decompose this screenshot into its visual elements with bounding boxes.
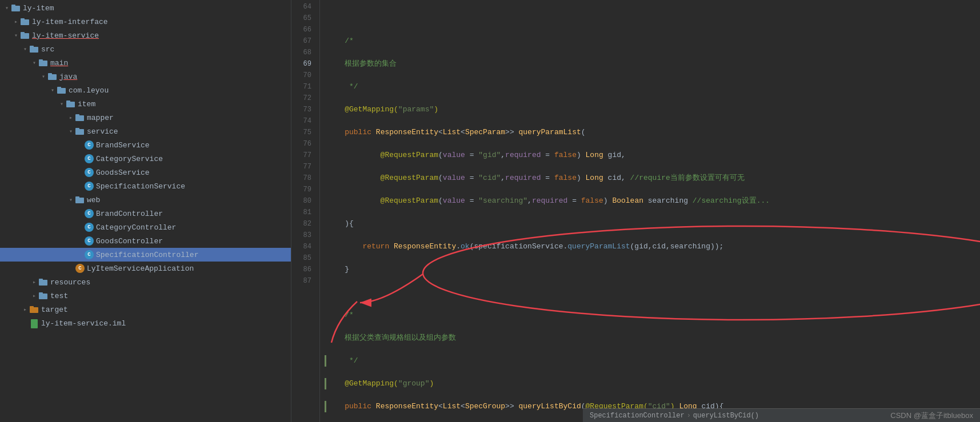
tree-item-com-leyou[interactable]: com.leyou (0, 83, 291, 97)
svg-rect-9 (39, 59, 43, 62)
class-icon: C (85, 154, 94, 163)
tree-label: ly-item-service.iml (41, 319, 126, 328)
svg-rect-19 (75, 128, 79, 130)
breadcrumb-separator: › (687, 412, 691, 420)
tree-label: resources (50, 278, 90, 287)
expand-arrow (21, 306, 30, 313)
code-line-67: */ (327, 81, 980, 93)
folder-icon (30, 306, 39, 314)
tree-label: item (78, 100, 95, 108)
code-line-64 (327, 13, 980, 24)
code-line-78: */ (327, 355, 980, 367)
tree-item-item[interactable]: item (0, 97, 291, 111)
tree-item-specification-controller[interactable]: C SpecificationController (0, 248, 291, 262)
expand-arrow (11, 18, 21, 25)
tree-item-ly-item[interactable]: ly-item (0, 1, 291, 15)
svg-rect-28 (31, 319, 38, 328)
folder-icon (39, 292, 48, 300)
class-icon: C (85, 250, 94, 259)
code-line-69: public ResponseEntity<List<SpecParam>> q… (327, 127, 980, 138)
file-tree[interactable]: ly-item ly-item-interface ly-item-servic… (0, 0, 291, 422)
tree-item-src[interactable]: src (0, 42, 291, 56)
folder-icon (48, 73, 57, 81)
code-line-73: ){ (327, 218, 980, 230)
tree-item-goods-controller[interactable]: C GoodsController (0, 234, 291, 248)
folder-icon (39, 278, 48, 286)
svg-rect-17 (75, 114, 79, 116)
folder-icon (30, 45, 39, 53)
tree-label: LyItemServiceApplication (87, 264, 194, 273)
folder-icon (21, 18, 30, 26)
folder-icon (11, 4, 21, 12)
tree-item-web[interactable]: web (0, 193, 291, 207)
expand-arrow (11, 32, 21, 39)
line-numbers: 64 65 66 67 68 69 ▶ 70 71 72 73 74 75 76… (291, 0, 320, 422)
tree-item-category-service[interactable]: C CategoryService (0, 152, 291, 166)
code-line-77a: /* (327, 310, 980, 321)
tree-label: BrandController (96, 210, 163, 218)
tree-item-specification-service[interactable]: C SpecificationService (0, 179, 291, 193)
tree-label: test (50, 292, 68, 300)
code-line-65: /* (327, 35, 980, 47)
tree-label: GoodsService (96, 168, 150, 177)
class-icon: C (85, 209, 94, 218)
tree-label: target (41, 306, 68, 314)
app-icon: C (75, 264, 85, 273)
tree-item-main[interactable]: main (0, 56, 291, 70)
tree-item-test[interactable]: test (0, 289, 291, 303)
tree-item-target[interactable]: target (0, 303, 291, 316)
code-line-79: @GetMapping("group") (327, 378, 980, 389)
expand-arrow (57, 101, 66, 107)
tree-label: web (87, 196, 100, 204)
expand-arrow (21, 46, 30, 53)
tree-label: service (87, 127, 118, 136)
tree-item-resources[interactable]: resources (0, 275, 291, 289)
watermark-text: CSDN @蓝盒子itbluebox (890, 411, 973, 421)
tree-label: main (50, 59, 68, 67)
svg-rect-1 (11, 5, 15, 7)
tree-item-mapper[interactable]: mapper (0, 111, 291, 124)
tree-label: SpecificationController (96, 251, 198, 259)
folder-icon (75, 127, 85, 135)
code-line-72: @RequestParam(value = "searching",requir… (327, 195, 980, 207)
tree-item-brand-controller[interactable]: C BrandController (0, 207, 291, 220)
tree-label: CategoryService (96, 155, 163, 163)
expand-arrow (30, 59, 39, 66)
expand-arrow (30, 279, 39, 286)
tree-item-ly-item-interface[interactable]: ly-item-interface (0, 15, 291, 29)
code-line-76 (327, 287, 980, 298)
folder-icon (39, 59, 48, 67)
class-icon: C (85, 168, 94, 177)
tree-label: BrandService (96, 141, 150, 150)
svg-rect-7 (30, 46, 34, 48)
tree-item-ly-item-service-app[interactable]: C LyItemServiceApplication (0, 262, 291, 275)
class-icon: C (85, 182, 94, 191)
tree-label: GoodsController (96, 237, 163, 246)
expand-arrow (48, 87, 57, 94)
tree-label: mapper (87, 114, 114, 122)
code-editor[interactable]: 64 65 66 67 68 69 ▶ 70 71 72 73 74 75 76… (291, 0, 980, 422)
tree-item-brand-service[interactable]: C BrandService (0, 138, 291, 152)
class-icon: C (85, 140, 94, 150)
svg-rect-5 (21, 32, 25, 34)
code-line-68: @GetMapping("params") (327, 104, 980, 115)
svg-rect-15 (66, 101, 70, 103)
svg-rect-25 (39, 292, 43, 295)
expand-arrow (39, 73, 48, 80)
tree-item-iml[interactable]: ly-item-service.iml (0, 316, 291, 330)
breadcrumb-bar: SpecificationController › queryListByCid… (583, 408, 980, 422)
breadcrumb-file: SpecificationController (590, 412, 685, 420)
tree-label: src (41, 45, 54, 54)
class-icon: C (85, 236, 94, 246)
expand-arrow (30, 292, 39, 299)
folder-icon (75, 196, 85, 204)
tree-item-service[interactable]: service (0, 124, 291, 138)
code-content[interactable]: /* 根据参数的集合 */ @GetMapping("params") publ… (320, 0, 980, 422)
tree-item-java[interactable]: java (0, 70, 291, 83)
folder-icon (57, 86, 66, 94)
tree-item-ly-item-service[interactable]: ly-item-service (0, 29, 291, 42)
tree-item-goods-service[interactable]: C GoodsService (0, 166, 291, 179)
tree-label: java (59, 73, 77, 81)
expand-arrow (66, 196, 75, 203)
tree-item-category-controller[interactable]: C CategoryController (0, 220, 291, 234)
